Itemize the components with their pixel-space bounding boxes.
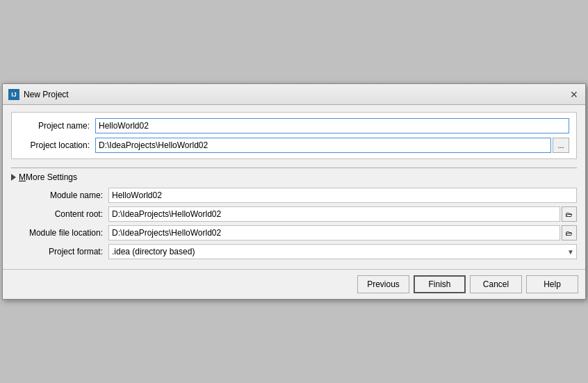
triangle-icon: [11, 174, 16, 181]
project-format-select[interactable]: .idea (directory based) Eclipse (.classp…: [108, 244, 577, 259]
new-project-dialog: IJ New Project ✕ Project name: Project l…: [2, 83, 586, 300]
module-file-location-field-group: 🗁: [108, 225, 577, 241]
cancel-button[interactable]: Cancel: [470, 275, 522, 293]
title-bar: IJ New Project ✕: [3, 84, 585, 105]
more-settings-section: MMore Settings Module name: Content root…: [11, 168, 577, 262]
app-icon: IJ: [8, 89, 19, 100]
project-location-field-group: ...: [95, 138, 569, 153]
content-root-input[interactable]: [108, 206, 560, 222]
project-name-row: Project name:: [19, 118, 569, 133]
project-location-input[interactable]: [95, 138, 551, 153]
module-file-location-browse-button[interactable]: 🗁: [562, 225, 577, 241]
project-format-row: Project format: .idea (directory based) …: [11, 244, 577, 259]
more-settings-toggle[interactable]: MMore Settings: [11, 168, 577, 185]
project-name-input[interactable]: [95, 118, 569, 133]
project-format-select-wrapper: .idea (directory based) Eclipse (.classp…: [108, 244, 577, 259]
dialog-content: Project name: Project location: ... MMor…: [3, 105, 585, 269]
project-info-section: Project name: Project location: ...: [11, 112, 577, 159]
dialog-footer: Previous Finish Cancel Help: [3, 269, 585, 299]
project-format-label: Project format:: [11, 247, 108, 256]
module-file-location-label: Module file location:: [11, 228, 108, 238]
close-button[interactable]: ✕: [569, 89, 580, 100]
module-file-location-input[interactable]: [108, 225, 560, 241]
content-root-label: Content root:: [11, 209, 108, 219]
finish-button[interactable]: Finish: [414, 275, 466, 293]
help-button[interactable]: Help: [526, 275, 578, 293]
project-location-browse-button[interactable]: ...: [553, 138, 569, 153]
project-name-label: Project name:: [19, 121, 95, 131]
more-settings-label: MMore Settings: [19, 172, 77, 182]
module-file-location-row: Module file location: 🗁: [11, 225, 577, 241]
dialog-title: New Project: [24, 90, 69, 99]
previous-button[interactable]: Previous: [357, 275, 409, 293]
project-location-row: Project location: ...: [19, 138, 569, 153]
title-bar-left: IJ New Project: [8, 89, 69, 100]
more-settings-content: Module name: Content root: 🗁 Module file…: [11, 185, 577, 262]
content-root-browse-button[interactable]: 🗁: [562, 206, 577, 222]
content-root-field-group: 🗁: [108, 206, 577, 222]
content-root-row: Content root: 🗁: [11, 206, 577, 222]
module-name-label: Module name:: [11, 190, 108, 200]
module-name-input[interactable]: [108, 188, 577, 203]
project-location-label: Project location:: [19, 140, 95, 150]
module-name-row: Module name:: [11, 188, 577, 203]
